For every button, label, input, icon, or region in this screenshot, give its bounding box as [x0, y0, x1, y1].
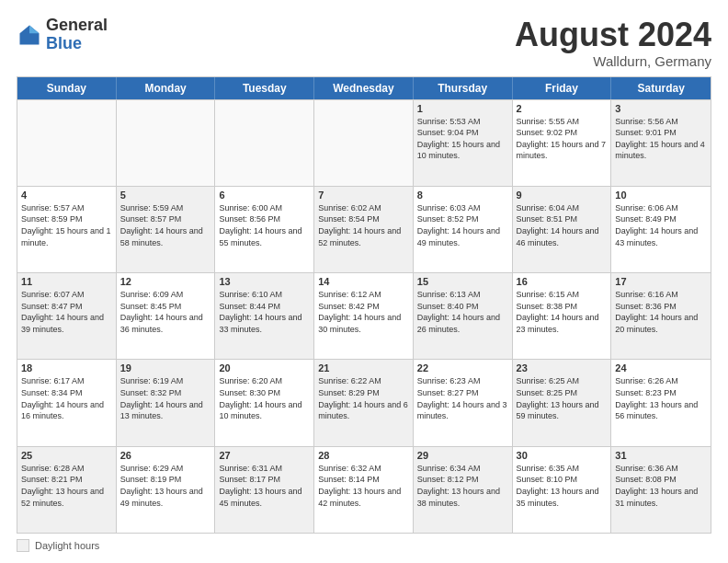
day-cell-2: 2Sunrise: 5:55 AM Sunset: 9:02 PM Daylig… — [513, 100, 612, 186]
day-info: Sunrise: 5:53 AM Sunset: 9:04 PM Dayligh… — [417, 116, 508, 162]
header: General Blue August 2024 Walldurn, Germa… — [17, 17, 711, 69]
day-cell-7: 7Sunrise: 6:02 AM Sunset: 8:54 PM Daylig… — [314, 187, 414, 272]
day-info: Sunrise: 6:17 AM Sunset: 8:34 PM Dayligh… — [21, 375, 112, 421]
day-number: 18 — [21, 362, 112, 373]
logo-blue-text: Blue — [46, 34, 82, 52]
calendar-header: SundayMondayTuesdayWednesdayThursdayFrid… — [17, 77, 711, 99]
day-cell-19: 19Sunrise: 6:19 AM Sunset: 8:32 PM Dayli… — [117, 360, 216, 445]
day-number: 11 — [21, 276, 112, 287]
day-number: 23 — [517, 362, 608, 373]
day-of-week-thursday: Thursday — [414, 77, 513, 99]
day-of-week-monday: Monday — [117, 77, 216, 99]
day-info: Sunrise: 6:26 AM Sunset: 8:23 PM Dayligh… — [615, 375, 707, 421]
legend-box — [17, 539, 29, 552]
day-info: Sunrise: 6:25 AM Sunset: 8:25 PM Dayligh… — [517, 375, 608, 421]
day-number: 30 — [517, 450, 608, 461]
day-cell-23: 23Sunrise: 6:25 AM Sunset: 8:25 PM Dayli… — [513, 360, 612, 445]
day-of-week-saturday: Saturday — [611, 77, 711, 99]
day-cell-29: 29Sunrise: 6:34 AM Sunset: 8:12 PM Dayli… — [414, 447, 513, 533]
day-cell-16: 16Sunrise: 6:15 AM Sunset: 8:38 PM Dayli… — [513, 273, 612, 359]
day-info: Sunrise: 5:59 AM Sunset: 8:57 PM Dayligh… — [120, 202, 211, 248]
logo: General Blue — [17, 17, 108, 53]
day-info: Sunrise: 6:34 AM Sunset: 8:12 PM Dayligh… — [417, 463, 508, 509]
day-number: 10 — [615, 190, 707, 201]
day-info: Sunrise: 6:36 AM Sunset: 8:08 PM Dayligh… — [615, 463, 707, 509]
day-info: Sunrise: 6:13 AM Sunset: 8:40 PM Dayligh… — [417, 289, 508, 335]
day-info: Sunrise: 6:35 AM Sunset: 8:10 PM Dayligh… — [517, 463, 608, 509]
day-number: 26 — [120, 450, 211, 461]
day-number: 31 — [615, 450, 707, 461]
calendar-week-3: 11Sunrise: 6:07 AM Sunset: 8:47 PM Dayli… — [17, 272, 711, 359]
day-info: Sunrise: 6:09 AM Sunset: 8:45 PM Dayligh… — [120, 289, 211, 335]
day-number: 12 — [120, 276, 211, 287]
day-cell-1: 1Sunrise: 5:53 AM Sunset: 9:04 PM Daylig… — [414, 100, 513, 186]
day-cell-30: 30Sunrise: 6:35 AM Sunset: 8:10 PM Dayli… — [513, 447, 612, 533]
day-number: 16 — [517, 276, 608, 287]
day-number: 28 — [318, 450, 409, 461]
day-cell-8: 8Sunrise: 6:03 AM Sunset: 8:52 PM Daylig… — [414, 187, 513, 272]
day-cell-25: 25Sunrise: 6:28 AM Sunset: 8:21 PM Dayli… — [17, 447, 117, 533]
day-number: 20 — [219, 362, 310, 373]
page: General Blue August 2024 Walldurn, Germa… — [0, 0, 728, 563]
day-number: 13 — [219, 276, 310, 287]
day-cell-31: 31Sunrise: 6:36 AM Sunset: 8:08 PM Dayli… — [611, 447, 711, 533]
calendar-body: 1Sunrise: 5:53 AM Sunset: 9:04 PM Daylig… — [17, 99, 711, 533]
day-of-week-tuesday: Tuesday — [215, 77, 314, 99]
day-info: Sunrise: 6:04 AM Sunset: 8:51 PM Dayligh… — [517, 202, 608, 248]
day-number: 1 — [417, 103, 508, 114]
day-number: 17 — [615, 276, 707, 287]
day-of-week-sunday: Sunday — [17, 77, 117, 99]
day-number: 24 — [615, 362, 707, 373]
footer: Daylight hours — [17, 539, 711, 552]
day-info: Sunrise: 5:57 AM Sunset: 8:59 PM Dayligh… — [21, 202, 112, 248]
day-info: Sunrise: 6:23 AM Sunset: 8:27 PM Dayligh… — [417, 375, 508, 421]
day-info: Sunrise: 6:00 AM Sunset: 8:56 PM Dayligh… — [219, 202, 310, 248]
day-cell-24: 24Sunrise: 6:26 AM Sunset: 8:23 PM Dayli… — [611, 360, 711, 445]
day-cell-22: 22Sunrise: 6:23 AM Sunset: 8:27 PM Dayli… — [414, 360, 513, 445]
day-cell-17: 17Sunrise: 6:16 AM Sunset: 8:36 PM Dayli… — [611, 273, 711, 359]
day-number: 27 — [219, 450, 310, 461]
calendar-week-4: 18Sunrise: 6:17 AM Sunset: 8:34 PM Dayli… — [17, 359, 711, 445]
day-number: 2 — [517, 103, 608, 114]
day-number: 7 — [318, 190, 409, 201]
logo-text: General Blue — [46, 17, 108, 53]
day-number: 29 — [417, 450, 508, 461]
calendar-week-2: 4Sunrise: 5:57 AM Sunset: 8:59 PM Daylig… — [17, 186, 711, 272]
day-number: 14 — [318, 276, 409, 287]
day-number: 22 — [417, 362, 508, 373]
day-info: Sunrise: 6:03 AM Sunset: 8:52 PM Dayligh… — [417, 202, 508, 248]
logo-general-text: General — [46, 16, 108, 34]
calendar-week-5: 25Sunrise: 6:28 AM Sunset: 8:21 PM Dayli… — [17, 446, 711, 533]
day-cell-14: 14Sunrise: 6:12 AM Sunset: 8:42 PM Dayli… — [314, 273, 414, 359]
day-cell-4: 4Sunrise: 5:57 AM Sunset: 8:59 PM Daylig… — [17, 187, 117, 272]
empty-cell — [314, 100, 414, 186]
day-info: Sunrise: 6:12 AM Sunset: 8:42 PM Dayligh… — [318, 289, 409, 335]
calendar: SundayMondayTuesdayWednesdayThursdayFrid… — [17, 76, 711, 534]
day-info: Sunrise: 6:32 AM Sunset: 8:14 PM Dayligh… — [318, 463, 409, 509]
logo-icon — [17, 22, 42, 48]
day-of-week-friday: Friday — [513, 77, 612, 99]
day-number: 9 — [517, 190, 608, 201]
day-cell-5: 5Sunrise: 5:59 AM Sunset: 8:57 PM Daylig… — [117, 187, 216, 272]
day-info: Sunrise: 6:06 AM Sunset: 8:49 PM Dayligh… — [615, 202, 707, 248]
day-cell-11: 11Sunrise: 6:07 AM Sunset: 8:47 PM Dayli… — [17, 273, 117, 359]
svg-marker-1 — [29, 25, 40, 33]
location: Walldurn, Germany — [515, 53, 711, 69]
day-cell-21: 21Sunrise: 6:22 AM Sunset: 8:29 PM Dayli… — [314, 360, 414, 445]
empty-cell — [17, 100, 117, 186]
day-number: 25 — [21, 450, 112, 461]
title-block: August 2024 Walldurn, Germany — [515, 17, 711, 69]
empty-cell — [215, 100, 314, 186]
day-info: Sunrise: 6:20 AM Sunset: 8:30 PM Dayligh… — [219, 375, 310, 421]
day-cell-3: 3Sunrise: 5:56 AM Sunset: 9:01 PM Daylig… — [611, 100, 711, 186]
day-number: 21 — [318, 362, 409, 373]
day-info: Sunrise: 6:15 AM Sunset: 8:38 PM Dayligh… — [517, 289, 608, 335]
day-number: 8 — [417, 190, 508, 201]
day-info: Sunrise: 6:29 AM Sunset: 8:19 PM Dayligh… — [120, 463, 211, 509]
day-number: 15 — [417, 276, 508, 287]
day-cell-27: 27Sunrise: 6:31 AM Sunset: 8:17 PM Dayli… — [215, 447, 314, 533]
day-number: 3 — [615, 103, 707, 114]
day-info: Sunrise: 5:55 AM Sunset: 9:02 PM Dayligh… — [517, 116, 608, 162]
day-of-week-wednesday: Wednesday — [314, 77, 414, 99]
day-cell-6: 6Sunrise: 6:00 AM Sunset: 8:56 PM Daylig… — [215, 187, 314, 272]
